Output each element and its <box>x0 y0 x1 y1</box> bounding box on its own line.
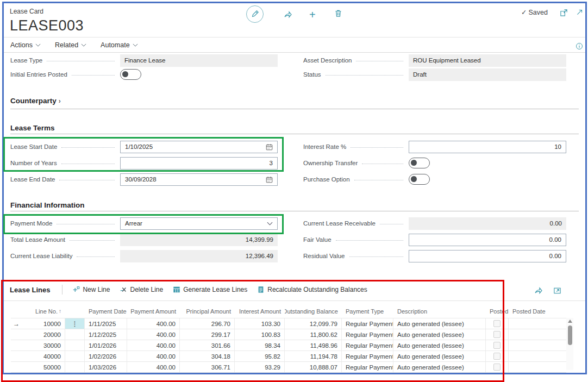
field-label: Lease Type <box>10 57 42 64</box>
cell-outstanding-balance[interactable]: 11,194.78 <box>285 351 342 361</box>
cell-payment-amount[interactable]: 400.00 <box>127 351 180 361</box>
focus-mode-button[interactable] <box>553 286 561 295</box>
cell-principal-amount[interactable]: 299.17 <box>180 329 235 340</box>
new-line-button[interactable]: New Line <box>72 286 110 293</box>
menu-automate[interactable]: Automate <box>101 41 138 49</box>
scrollbar-thumb[interactable] <box>568 325 572 345</box>
generate-lease-lines-button[interactable]: Generate Lease Lines <box>173 286 247 293</box>
cell-payment-date[interactable]: 1/11/2025 <box>85 318 127 329</box>
lease-start-date-input[interactable]: 1/10/2025 <box>120 141 278 153</box>
cell-payment-date[interactable]: 1/01/2026 <box>85 340 127 350</box>
cell-payment-amount[interactable]: 400.00 <box>127 318 180 329</box>
cell-payment-date[interactable]: 1/02/2026 <box>85 351 127 361</box>
menu-actions[interactable]: Actions <box>10 41 41 49</box>
cell-posted-date[interactable] <box>509 362 566 372</box>
cell-outstanding-balance[interactable]: 11,498.96 <box>285 340 342 350</box>
cell-payment-type[interactable]: Regular Payment <box>342 318 393 329</box>
interest-rate-input[interactable]: 10 <box>409 141 566 153</box>
recalculate-balances-button[interactable]: Recalculate Outstanding Balances <box>257 286 367 293</box>
delete-button[interactable] <box>334 9 342 17</box>
col-principal-amount[interactable]: Principal Amount <box>180 304 235 318</box>
payment-mode-select[interactable]: Arrear <box>120 217 278 230</box>
cell-line-no[interactable]: 40000 <box>22 351 65 361</box>
cell-line-no[interactable]: 50000 <box>22 362 65 372</box>
calendar-icon[interactable] <box>266 176 273 183</box>
cell-principal-amount[interactable]: 304.18 <box>180 351 235 361</box>
dotted-leader <box>362 164 403 164</box>
section-financial-information-title: Financial Information <box>10 201 85 209</box>
col-outstanding-balance[interactable]: Outstanding Balance <box>285 304 342 318</box>
cell-posted-date[interactable] <box>509 351 566 361</box>
cell-outstanding-balance[interactable]: 10,888.07 <box>285 362 342 372</box>
status-value[interactable]: Draft <box>409 68 566 81</box>
cell-payment-type[interactable]: Regular Payment <box>342 329 393 340</box>
col-posted-date[interactable]: Posted Date <box>509 304 566 318</box>
cell-description[interactable]: Auto generated (lessee) <box>393 329 486 340</box>
cell-line-no[interactable]: 10000 <box>22 318 65 329</box>
field-initial-entries-posted: Initial Entries Posted <box>10 67 278 82</box>
col-description[interactable]: Description <box>393 304 486 318</box>
col-interest-amount[interactable]: Interest Amount <box>235 304 285 318</box>
cell-outstanding-balance[interactable]: 12,099.79 <box>285 318 342 329</box>
sort-ascending-icon: ↑ <box>59 308 61 314</box>
cell-outstanding-balance[interactable]: 11,800.62 <box>285 329 342 340</box>
cell-payment-date[interactable]: 1/12/2025 <box>85 329 127 340</box>
lease-type-value[interactable]: Finance Lease <box>120 54 278 67</box>
cell-posted-date[interactable] <box>509 340 566 350</box>
row-menu-button[interactable]: ⋮ <box>65 318 85 329</box>
cell-posted-date[interactable] <box>509 318 566 329</box>
cell-payment-type[interactable]: Regular Payment <box>342 340 393 350</box>
cell-interest-amount[interactable]: 95.82 <box>235 351 285 361</box>
cell-description[interactable]: Auto generated (lessee) <box>393 362 486 372</box>
fair-value-input[interactable]: 0.00 <box>409 234 566 246</box>
cell-posted-date[interactable] <box>509 329 566 340</box>
initial-entries-posted-toggle[interactable] <box>120 69 141 80</box>
ownership-transfer-toggle[interactable] <box>409 158 430 168</box>
menu-related[interactable]: Related <box>55 41 86 49</box>
cell-description[interactable]: Auto generated (lessee) <box>393 340 486 350</box>
field-label: Ownership Transfer <box>303 160 358 166</box>
col-payment-type[interactable]: Payment Type <box>342 304 393 318</box>
cell-principal-amount[interactable]: 306.71 <box>180 362 235 372</box>
share-lines-button[interactable] <box>534 286 543 295</box>
section-counterparty[interactable]: Counterparty› <box>10 97 61 105</box>
cell-payment-type[interactable]: Regular Payment <box>342 351 393 361</box>
number-of-years-input[interactable]: 3 <box>120 157 278 170</box>
info-button[interactable] <box>576 42 583 50</box>
table-row: 50000 1/03/2026 400.00 306.71 93.29 10,8… <box>11 361 566 373</box>
cell-interest-amount[interactable]: 100.83 <box>235 329 285 340</box>
share-button[interactable] <box>284 10 292 18</box>
open-in-window-button[interactable] <box>560 9 568 17</box>
col-line-no[interactable]: Line No.↑ <box>22 304 65 318</box>
col-payment-date[interactable]: Payment Date <box>85 304 127 318</box>
cell-payment-amount[interactable]: 400.00 <box>127 340 180 350</box>
col-posted[interactable]: Posted <box>486 304 509 318</box>
scroll-up-icon[interactable] <box>568 320 572 323</box>
calendar-icon[interactable] <box>266 143 273 151</box>
cell-line-no[interactable]: 30000 <box>22 340 65 350</box>
cell-line-no[interactable]: 20000 <box>22 329 65 340</box>
field-label: Initial Entries Posted <box>10 71 67 78</box>
cell-description[interactable]: Auto generated (lessee) <box>393 318 486 329</box>
delete-line-button[interactable]: Delete Line <box>120 286 163 293</box>
cell-principal-amount[interactable]: 301.66 <box>180 340 235 350</box>
residual-value-input[interactable]: 0.00 <box>409 250 566 262</box>
cell-principal-amount[interactable]: 296.70 <box>180 318 235 329</box>
cell-interest-amount[interactable]: 98.34 <box>235 340 285 350</box>
chevron-down-icon <box>267 222 273 226</box>
expand-page-button[interactable] <box>576 9 583 16</box>
cell-description[interactable]: Auto generated (lessee) <box>393 351 486 361</box>
cell-interest-amount[interactable]: 93.29 <box>235 362 285 372</box>
grid-scrollbar[interactable] <box>566 318 573 370</box>
asset-description-value[interactable]: ROU Equipment Leased <box>409 54 566 67</box>
cell-payment-type[interactable]: Regular Payment <box>342 362 393 372</box>
cell-payment-amount[interactable]: 400.00 <box>127 329 180 340</box>
edit-button[interactable] <box>246 5 264 23</box>
cell-payment-date[interactable]: 1/03/2026 <box>85 362 127 372</box>
lease-end-date-input[interactable]: 30/09/2028 <box>120 173 278 186</box>
new-button[interactable]: + <box>309 9 316 21</box>
cell-interest-amount[interactable]: 103.30 <box>235 318 285 329</box>
col-payment-amount[interactable]: Payment Amount <box>127 304 180 318</box>
cell-payment-amount[interactable]: 400.00 <box>127 362 180 372</box>
purchase-option-toggle[interactable] <box>409 174 430 185</box>
